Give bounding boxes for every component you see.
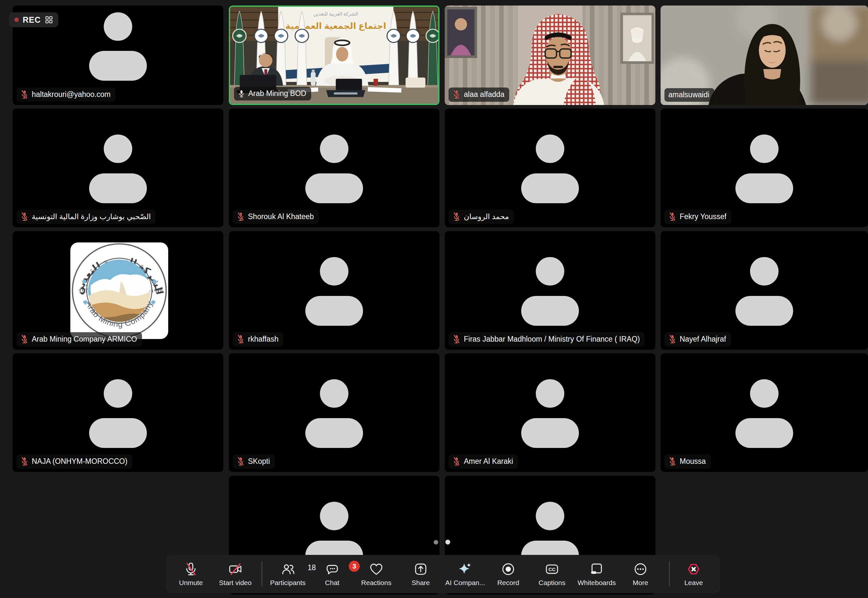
participant-name: haltakrouri@yahoo.com bbox=[32, 90, 111, 99]
muted-mic-icon bbox=[668, 212, 677, 221]
svg-text:CC: CC bbox=[548, 567, 556, 572]
participant-name: Shorouk Al Khateeb bbox=[248, 212, 314, 221]
muted-mic-icon bbox=[21, 335, 28, 344]
participant-name: alaa alfadda bbox=[464, 90, 504, 99]
participant-tile[interactable]: amalsuwaidi bbox=[660, 6, 868, 105]
participant-name: rkhaffash bbox=[248, 335, 278, 344]
participant-name: Nayef Alhajraf bbox=[680, 335, 726, 344]
avatar-head bbox=[536, 257, 564, 286]
toolbar-item-label: Start video bbox=[219, 579, 251, 587]
gallery-pagination bbox=[434, 540, 450, 544]
gallery-view-icon[interactable] bbox=[45, 16, 53, 24]
muted-mic-icon bbox=[453, 90, 460, 99]
participant-name: SKopti bbox=[248, 457, 270, 466]
participant-name-tag: rkhaffash bbox=[233, 332, 283, 347]
participant-name: Amer Al Karaki bbox=[464, 457, 513, 466]
toolbar-item-label: Chat bbox=[325, 579, 339, 587]
participant-tile[interactable]: Shorouk Al Khateeb bbox=[229, 109, 439, 227]
toolbar-item-label: Captions bbox=[539, 579, 566, 587]
participant-tile[interactable]: محمد الروسان bbox=[445, 109, 655, 227]
chat-button[interactable]: 3Chat bbox=[311, 555, 354, 593]
participants-button[interactable]: 18Participants bbox=[266, 555, 309, 593]
avatar-body bbox=[305, 296, 363, 326]
participant-tile[interactable]: Moussa bbox=[660, 353, 868, 472]
participant-tile[interactable]: الصّحبي بوشارب وزارة المالية التونسية bbox=[13, 109, 223, 227]
recording-indicator[interactable]: REC bbox=[9, 12, 58, 27]
leave-button[interactable]: Leave bbox=[672, 555, 715, 593]
participant-name: amalsuwaidi bbox=[668, 90, 710, 99]
toolbar-item-label: Record bbox=[497, 579, 519, 587]
start-video-button[interactable]: Start video bbox=[214, 555, 257, 593]
active-mic-icon bbox=[238, 90, 245, 98]
muted-mic-icon bbox=[237, 212, 245, 221]
participant-tile[interactable]: Fekry Youssef bbox=[660, 109, 868, 227]
participant-name-tag: Fekry Youssef bbox=[665, 210, 731, 224]
whiteboards-button[interactable]: Whiteboards bbox=[575, 555, 618, 593]
toolbar-item-label: More bbox=[633, 579, 648, 587]
participant-name-tag: الصّحبي بوشارب وزارة المالية التونسية bbox=[16, 210, 155, 224]
participant-name: NAJA (ONHYM-MOROCCO) bbox=[32, 457, 127, 466]
ai-compan-button[interactable]: AI Compan... bbox=[444, 555, 487, 593]
participant-tile[interactable]: Nayef Alhajraf bbox=[660, 231, 868, 350]
avatar-head bbox=[320, 135, 348, 163]
participant-name: الصّحبي بوشارب وزارة المالية التونسية bbox=[32, 212, 151, 221]
toolbar-divider bbox=[261, 561, 262, 587]
logo-year-right: ١٩٧٥ bbox=[151, 288, 163, 294]
participant-name-tag: Nayef Alhajraf bbox=[665, 332, 731, 347]
more-button[interactable]: More bbox=[619, 555, 662, 593]
avatar-body bbox=[735, 418, 793, 448]
mic-muted-icon bbox=[184, 561, 199, 577]
participant-name: Arab Mining BOD bbox=[248, 89, 306, 98]
participant-tile[interactable]: SKopti bbox=[229, 353, 439, 472]
muted-mic-icon bbox=[21, 457, 28, 466]
participant-name-tag: Amer Al Karaki bbox=[448, 454, 518, 469]
muted-mic-icon bbox=[21, 90, 28, 99]
participant-tile[interactable]: alaa alfadda bbox=[445, 6, 655, 105]
record-button[interactable]: Record bbox=[487, 555, 530, 593]
captions-icon: CC bbox=[545, 561, 559, 577]
captions-button[interactable]: CCCaptions bbox=[530, 555, 574, 593]
participant-name: Fekry Youssef bbox=[680, 212, 726, 221]
zoom-meeting-window: haltakrouri@yahoo.comالشركة العربية للتع… bbox=[0, 0, 868, 598]
meeting-toolbar: UnmuteStart video18Participants3ChatReac… bbox=[166, 555, 720, 593]
participant-tile[interactable]: NAJA (ONHYM-MOROCCO) bbox=[13, 353, 223, 472]
participant-tile[interactable]: الشركة العربية للتعديناجتماع الجمعية الع… bbox=[229, 6, 439, 105]
participant-name-tag: alaa alfadda bbox=[448, 88, 509, 102]
avatar-body bbox=[305, 418, 363, 448]
avatar-head bbox=[320, 257, 348, 286]
page-dot-inactive bbox=[434, 540, 438, 544]
muted-mic-icon bbox=[21, 212, 28, 221]
toolbar-divider bbox=[669, 561, 669, 587]
participant-tile[interactable]: Amer Al Karaki bbox=[445, 353, 655, 472]
muted-mic-icon bbox=[237, 457, 245, 466]
participant-tile[interactable]: الشركة العربية للتعدينArab Mining Compan… bbox=[13, 231, 223, 350]
armico-logo: الشركة العربية للتعدينArab Mining Compan… bbox=[70, 242, 168, 339]
avatar-head bbox=[104, 135, 132, 163]
participant-name: Moussa bbox=[680, 457, 706, 466]
avatar-head bbox=[750, 135, 778, 163]
participant-tile[interactable]: rkhaffash bbox=[229, 231, 439, 350]
avatar-body bbox=[735, 173, 793, 203]
share-button[interactable]: Share bbox=[399, 555, 442, 593]
banner-subtitle: الشركة العربية للتعدين bbox=[314, 11, 358, 17]
muted-mic-icon bbox=[668, 457, 677, 466]
toolbar-item-label: Leave bbox=[684, 579, 703, 587]
avatar-body bbox=[89, 51, 147, 81]
toolbar-item-label: AI Compan... bbox=[445, 579, 485, 587]
muted-mic-icon bbox=[668, 335, 677, 344]
muted-mic-icon bbox=[453, 457, 460, 466]
recording-dot-icon bbox=[14, 18, 19, 22]
toolbar-item-label: Participants bbox=[270, 579, 306, 587]
unmute-button[interactable]: Unmute bbox=[169, 555, 212, 593]
muted-mic-icon bbox=[453, 335, 460, 344]
participant-tile[interactable]: Firas Jabbar Madhloom / Ministry Of Fina… bbox=[445, 231, 655, 350]
avatar-head bbox=[536, 502, 564, 530]
participant-name: محمد الروسان bbox=[464, 212, 509, 221]
avatar-body bbox=[89, 173, 147, 203]
avatar-head bbox=[750, 379, 778, 408]
reactions-button[interactable]: Reactions bbox=[355, 555, 398, 593]
avatar-head bbox=[750, 257, 778, 286]
participant-name-tag: Moussa bbox=[665, 454, 711, 469]
more-icon bbox=[633, 561, 648, 577]
avatar-body bbox=[305, 173, 363, 203]
